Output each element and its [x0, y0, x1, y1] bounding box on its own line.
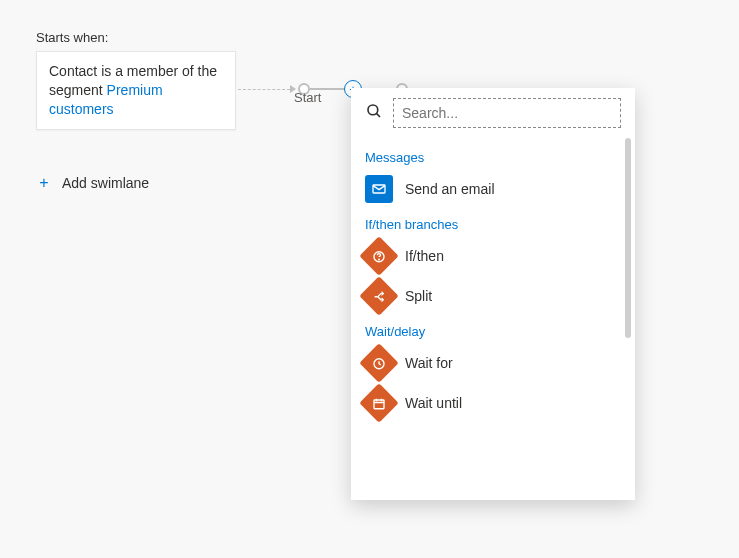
journey-canvas: Starts when: Contact is a member of the … [0, 0, 739, 558]
action-label: If/then [405, 248, 444, 264]
clock-icon [359, 343, 399, 383]
plus-icon: + [36, 174, 52, 192]
action-label: Wait until [405, 395, 462, 411]
action-label: Split [405, 288, 432, 304]
action-wait-for[interactable]: Wait for [351, 343, 635, 383]
search-icon [365, 102, 383, 124]
svg-line-1 [376, 113, 380, 117]
search-input[interactable] [393, 98, 621, 128]
section-title-messages: Messages [351, 142, 635, 169]
start-node-label: Start [294, 90, 321, 105]
scrollbar[interactable] [625, 138, 631, 338]
action-split[interactable]: Split [351, 276, 635, 316]
svg-point-4 [379, 258, 380, 259]
action-wait-until[interactable]: Wait until [351, 383, 635, 423]
dashed-connector [238, 89, 290, 90]
add-swimlane-label: Add swimlane [62, 175, 149, 191]
section-title-branches: If/then branches [351, 209, 635, 236]
action-label: Send an email [405, 181, 495, 197]
svg-rect-6 [374, 399, 384, 408]
action-if-then[interactable]: If/then [351, 236, 635, 276]
section-title-wait: Wait/delay [351, 316, 635, 343]
question-icon [359, 236, 399, 276]
calendar-icon [359, 383, 399, 423]
start-trigger-card[interactable]: Contact is a member of the segment Premi… [36, 51, 236, 130]
action-send-email[interactable]: Send an email [351, 169, 635, 209]
starts-when-label: Starts when: [36, 30, 703, 45]
svg-point-0 [368, 105, 378, 115]
action-picker-popup: Messages Send an email If/then branches … [351, 88, 635, 500]
split-icon [359, 276, 399, 316]
search-row [351, 98, 635, 142]
action-label: Wait for [405, 355, 453, 371]
mail-icon [365, 175, 393, 203]
